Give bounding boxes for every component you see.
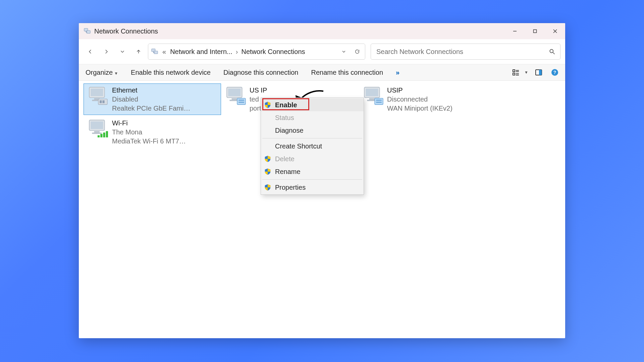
preview-pane-button[interactable]	[533, 67, 544, 78]
search-bar[interactable]	[371, 44, 560, 60]
forward-button[interactable]	[100, 45, 113, 58]
menu-separator	[262, 179, 362, 180]
adapter-detail: WAN Miniport (IKEv2)	[387, 104, 452, 113]
toolbar-overflow-button[interactable]: »	[394, 67, 401, 78]
shield-icon	[264, 184, 271, 191]
adapter-detail: MediaTek Wi-Fi 6 MT7…	[112, 137, 186, 146]
ctx-label: Status	[275, 114, 359, 122]
ethernet-icon	[87, 86, 110, 106]
breadcrumb-current[interactable]: Network Connections	[241, 48, 305, 56]
up-button[interactable]	[132, 45, 145, 58]
adapter-usip-2[interactable]: USIP Disconnected WAN Miniport (IKEv2)	[359, 83, 496, 115]
breadcrumb-overflow-icon[interactable]: «	[162, 48, 167, 56]
ctx-delete: Delete	[261, 153, 364, 165]
adapter-name: USIP	[387, 86, 452, 95]
recent-locations-button[interactable]	[116, 45, 129, 58]
window: Network Connections	[79, 23, 565, 338]
rename-connection-button[interactable]: Rename this connection	[309, 67, 385, 78]
svg-line-31	[553, 53, 555, 54]
ctx-label: Properties	[275, 184, 359, 191]
address-bar[interactable]: « Network and Intern... › Network Connec…	[148, 44, 365, 60]
address-history-button[interactable]	[339, 47, 349, 57]
shield-icon	[264, 168, 271, 175]
breadcrumb-parent[interactable]: Network and Intern...	[170, 48, 232, 56]
window-controls	[505, 23, 565, 39]
ctx-create-shortcut[interactable]: Create Shortcut	[261, 140, 364, 153]
ctx-label: Delete	[275, 155, 359, 163]
titlebar: Network Connections	[79, 23, 565, 39]
ctx-label: Rename	[275, 168, 359, 176]
adapter-ethernet[interactable]: Ethernet Disabled Realtek PCIe GbE Fami…	[84, 83, 221, 115]
adapter-name: Ethernet	[112, 86, 190, 95]
adapter-wifi[interactable]: Wi-Fi The Mona MediaTek Wi-Fi 6 MT7…	[84, 116, 221, 148]
adapter-status: Disabled	[112, 95, 190, 104]
help-button[interactable]	[549, 67, 560, 78]
vpn-icon	[362, 86, 385, 106]
minimize-button[interactable]	[505, 23, 525, 39]
address-icon	[151, 48, 158, 55]
nav-row: « Network and Intern... › Network Connec…	[79, 39, 565, 64]
refresh-button[interactable]	[352, 47, 362, 57]
adapter-name: Wi-Fi	[112, 119, 186, 128]
window-title: Network Connections	[94, 27, 158, 35]
diagnose-connection-button[interactable]: Diagnose this connection	[221, 67, 300, 78]
adapter-detail: Realtek PCIe GbE Fami…	[112, 104, 190, 113]
enable-device-button[interactable]: Enable this network device	[129, 67, 213, 78]
adapter-name: US IP	[250, 86, 285, 95]
search-icon[interactable]	[549, 48, 555, 55]
wifi-icon	[87, 119, 110, 139]
maximize-button[interactable]	[525, 23, 545, 39]
ctx-status: Status	[261, 111, 364, 124]
ctx-label: Diagnose	[275, 127, 359, 134]
adapter-status: The Mona	[112, 128, 186, 137]
organize-label: Organize	[86, 69, 113, 76]
shield-icon	[264, 102, 271, 108]
chevron-right-icon: ›	[236, 48, 238, 56]
ctx-diagnose[interactable]: Diagnose	[261, 124, 364, 137]
search-input[interactable]	[376, 48, 549, 56]
command-bar: Organize▼ Enable this network device Dia…	[79, 64, 565, 81]
ctx-label: Enable	[275, 101, 359, 109]
svg-rect-27	[534, 30, 537, 33]
shield-icon	[264, 156, 271, 162]
close-button[interactable]	[545, 23, 565, 39]
back-button[interactable]	[84, 45, 97, 58]
ctx-properties[interactable]: Properties	[261, 181, 364, 194]
chevron-down-icon[interactable]: ▼	[524, 70, 528, 75]
ctx-enable[interactable]: Enable	[261, 99, 364, 111]
adapter-status: Disconnected	[387, 95, 452, 104]
vpn-icon	[224, 86, 248, 106]
ctx-rename[interactable]: Rename	[261, 165, 364, 178]
context-menu: Enable Status Diagnose Create Shortcut D…	[261, 98, 364, 195]
menu-separator	[262, 138, 362, 138]
view-options-button[interactable]	[510, 67, 522, 78]
ctx-label: Create Shortcut	[275, 142, 359, 150]
organize-menu[interactable]: Organize▼	[84, 67, 120, 78]
app-icon	[84, 27, 91, 35]
toolbar-right: ▼	[510, 67, 560, 78]
svg-point-30	[550, 49, 553, 53]
